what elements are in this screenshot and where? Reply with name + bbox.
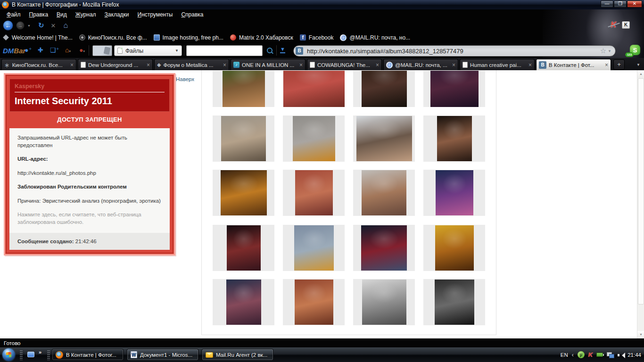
- network-icon[interactable]: [607, 352, 614, 358]
- bookmark-item[interactable]: Matrix 2.0 Хабаровск: [230, 34, 293, 41]
- photo-thumbnail[interactable]: [294, 225, 334, 271]
- scroll-up-button[interactable]: ▲: [637, 70, 644, 78]
- photo-thumbnail[interactable]: [430, 71, 479, 107]
- tab-close-icon[interactable]: ×: [299, 62, 303, 68]
- tab[interactable]: COWABUNGA! The...×: [307, 59, 382, 70]
- photo-thumbnail[interactable]: [435, 225, 474, 271]
- photo-thumbnail[interactable]: [435, 280, 474, 325]
- photo-thumbnail[interactable]: [437, 116, 472, 161]
- downloads-icon[interactable]: ▼: [280, 46, 285, 53]
- taskbar-button[interactable]: Документ1 - Micros...: [127, 349, 198, 361]
- language-indicator[interactable]: EN: [561, 352, 568, 358]
- photo-thumbnail[interactable]: [356, 116, 412, 161]
- menu-item[interactable]: Справка: [178, 10, 206, 19]
- tab[interactable]: КиноПоиск.ru. Все...×: [1, 59, 76, 70]
- kaspersky-tray-icon[interactable]: K: [588, 351, 593, 358]
- restore-button[interactable]: ❐: [614, 0, 627, 8]
- bookmark-star-icon[interactable]: ☆: [600, 47, 606, 55]
- tray-expand-icon[interactable]: ‹: [572, 352, 574, 358]
- photo-thumbnail[interactable]: [293, 116, 335, 161]
- photo-thumbnail[interactable]: [221, 170, 267, 215]
- tab-close-icon[interactable]: ×: [376, 62, 379, 68]
- tab[interactable]: @MAIL.RU: почта, ...×: [383, 59, 458, 70]
- menu-item[interactable]: Правка: [26, 10, 52, 19]
- tab-active[interactable]: В Контакте | Фот...×: [536, 59, 611, 70]
- dmbar-logo[interactable]: DMBar: [3, 47, 25, 55]
- tab-close-icon[interactable]: ×: [452, 62, 455, 68]
- search-icon[interactable]: [267, 48, 273, 54]
- reload-button[interactable]: ↻: [38, 21, 44, 30]
- quick-launch-icon[interactable]: [27, 352, 34, 357]
- add-user-icon[interactable]: ●⁺: [25, 46, 32, 54]
- menu-item[interactable]: Инструменты: [134, 10, 176, 19]
- photo-thumbnail[interactable]: [295, 170, 333, 215]
- photo-thumbnail[interactable]: [226, 280, 261, 325]
- taskbar-clock[interactable]: 21:44: [627, 352, 641, 358]
- menu-item[interactable]: Закладки: [101, 10, 132, 19]
- tab-close-icon[interactable]: ×: [147, 62, 150, 68]
- bookmark-item[interactable]: Image hosting, free ph...: [154, 34, 223, 41]
- add-window-icon[interactable]: ❏⁺: [50, 46, 59, 54]
- bookmark-item[interactable]: Welcome Home! | The...: [3, 34, 73, 41]
- photo-thumbnail[interactable]: [362, 71, 407, 107]
- tab-close-icon[interactable]: ×: [223, 62, 226, 68]
- stop-button[interactable]: ✕: [51, 22, 56, 29]
- taskbar-button[interactable]: Mail.Ru Агент (2 вк...: [202, 349, 273, 361]
- utorrent-tray-icon[interactable]: µ: [578, 351, 585, 358]
- kaspersky-toolbar-button[interactable]: K: [622, 21, 630, 29]
- skype-icon[interactable]: S: [630, 45, 640, 55]
- appeal-link[interactable]: Нажмите здесь, если считаете, что веб-ст…: [17, 211, 162, 226]
- menu-item[interactable]: Файл: [3, 10, 24, 19]
- photo-thumbnail[interactable]: [362, 170, 406, 215]
- home-page-icon[interactable]: ⌂▾: [65, 46, 71, 54]
- tab[interactable]: Форум о Metallica ...×: [154, 59, 229, 70]
- photo-thumbnail[interactable]: [223, 71, 265, 107]
- back-button[interactable]: ←: [3, 20, 13, 31]
- start-button[interactable]: [2, 348, 15, 361]
- scroll-down-button[interactable]: ▼: [637, 331, 644, 338]
- menu-item[interactable]: Вид: [53, 10, 70, 19]
- add-icon[interactable]: ✚: [38, 46, 43, 54]
- close-button[interactable]: ✕: [627, 0, 642, 8]
- bookmark-item[interactable]: @MAIL.RU: почта, но...: [340, 34, 410, 41]
- tab-label: В Контакте | Фот...: [549, 62, 603, 68]
- quick-launch-expand-icon[interactable]: »: [39, 349, 41, 355]
- vertical-scrollbar[interactable]: ▲ ▼: [637, 70, 644, 338]
- home-button[interactable]: ⌂: [63, 21, 68, 30]
- photo-thumbnail[interactable]: [221, 116, 266, 161]
- tab-close-icon[interactable]: ×: [70, 62, 74, 68]
- profile-icon[interactable]: ●▾: [79, 46, 85, 54]
- forward-button[interactable]: →: [16, 21, 25, 30]
- volume-icon[interactable]: [618, 352, 624, 358]
- battery-icon[interactable]: [596, 353, 603, 357]
- tab[interactable]: Dew Underground ...×: [78, 59, 153, 70]
- photo-thumbnail[interactable]: [362, 280, 406, 325]
- photo-thumbnail[interactable]: [295, 280, 333, 325]
- photo-thumbnail[interactable]: [283, 71, 345, 107]
- dmbar-search-input[interactable]: [186, 45, 263, 56]
- tab[interactable]: Human creative pai...×: [460, 59, 535, 70]
- windows-taskbar: » В Контакте | Фотог...Документ1 - Micro…: [0, 347, 644, 362]
- taskbar-button[interactable]: В Контакте | Фотог...: [52, 349, 124, 361]
- history-dropdown-icon[interactable]: ▼: [27, 24, 31, 27]
- photo-thumbnail[interactable]: [361, 225, 407, 271]
- files-dropdown[interactable]: Файлы ▼: [114, 45, 182, 56]
- page-preview-button[interactable]: [92, 45, 112, 56]
- location-bar[interactable]: ☆ ▼: [293, 45, 616, 57]
- tab[interactable]: ONE IN A MILLION ...×: [231, 59, 305, 70]
- tab-close-icon[interactable]: ×: [605, 62, 608, 68]
- list-all-tabs-icon[interactable]: ▼: [635, 60, 642, 70]
- back-to-top-link[interactable]: Наверх: [176, 76, 194, 82]
- url-input[interactable]: [306, 47, 597, 55]
- photo-thumbnail[interactable]: [436, 170, 473, 215]
- kaspersky-icon[interactable]: K: [611, 21, 616, 29]
- bookmark-item[interactable]: КиноПоиск.ru. Все ф...: [79, 34, 147, 41]
- minimize-button[interactable]: —: [601, 0, 613, 8]
- scrollbar-thumb[interactable]: [638, 78, 644, 304]
- photo-thumbnail[interactable]: [227, 225, 261, 271]
- menu-item[interactable]: Журнал: [72, 10, 99, 19]
- new-tab-button[interactable]: +: [613, 59, 625, 70]
- tab-close-icon[interactable]: ×: [528, 62, 532, 68]
- block-reason: Причина: Эвристический анализ (порнограф…: [17, 197, 162, 205]
- bookmark-item[interactable]: Facebook: [300, 34, 334, 41]
